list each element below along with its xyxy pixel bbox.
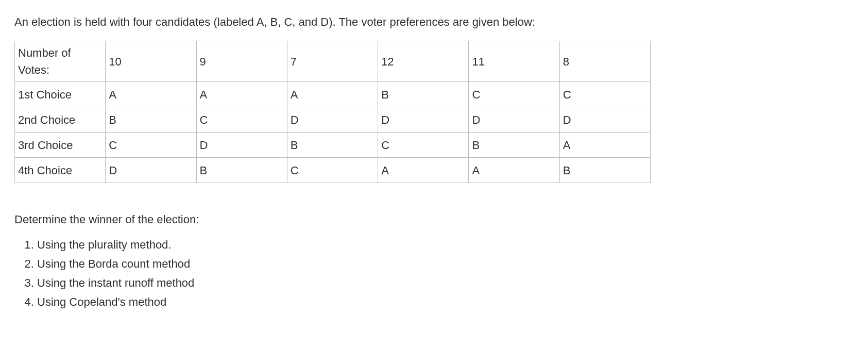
choice-cell: D xyxy=(559,107,650,133)
choice-cell: B xyxy=(559,158,650,183)
vote-count-cell: 8 xyxy=(559,41,650,82)
choice-cell: A xyxy=(106,82,196,107)
choice-cell: D xyxy=(378,107,469,133)
choice-cell: C xyxy=(469,82,559,107)
intro-paragraph: An election is held with four candidates… xyxy=(14,13,854,30)
choice-cell: D xyxy=(106,158,196,183)
methods-list: Using the plurality method. Using the Bo… xyxy=(14,235,854,311)
choice-cell: D xyxy=(196,133,287,158)
choice-cell: B xyxy=(287,133,378,158)
table-header-row: Number of Votes: 10 9 7 12 11 8 xyxy=(15,41,651,82)
vote-count-cell: 9 xyxy=(196,41,287,82)
choice-cell: B xyxy=(378,82,469,107)
table-row: 3rd Choice C D B C B A xyxy=(15,133,651,158)
list-item: Using Copeland's method xyxy=(37,292,854,311)
preference-table: Number of Votes: 10 9 7 12 11 8 1st Choi… xyxy=(14,41,651,183)
row-label-cell: 4th Choice xyxy=(15,158,106,183)
list-item: Using the instant runoff method xyxy=(37,273,854,292)
header-label-cell: Number of Votes: xyxy=(15,41,106,82)
vote-count-cell: 12 xyxy=(378,41,469,82)
choice-cell: B xyxy=(196,158,287,183)
row-label-cell: 1st Choice xyxy=(15,82,106,107)
vote-count-cell: 11 xyxy=(469,41,559,82)
choice-cell: A xyxy=(378,158,469,183)
vote-count-cell: 7 xyxy=(287,41,378,82)
choice-cell: C xyxy=(287,158,378,183)
table-row: 4th Choice D B C A A B xyxy=(15,158,651,183)
choice-cell: C xyxy=(196,107,287,133)
row-label-cell: 3rd Choice xyxy=(15,133,106,158)
choice-cell: D xyxy=(287,107,378,133)
list-item: Using the Borda count method xyxy=(37,254,854,273)
choice-cell: C xyxy=(378,133,469,158)
choice-cell: A xyxy=(196,82,287,107)
choice-cell: A xyxy=(469,158,559,183)
choice-cell: A xyxy=(287,82,378,107)
table-row: 1st Choice A A A B C C xyxy=(15,82,651,107)
choice-cell: D xyxy=(469,107,559,133)
row-label-cell: 2nd Choice xyxy=(15,107,106,133)
choice-cell: A xyxy=(559,133,650,158)
choice-cell: B xyxy=(469,133,559,158)
prompt-paragraph: Determine the winner of the election: xyxy=(14,211,854,228)
choice-cell: B xyxy=(106,107,196,133)
list-item: Using the plurality method. xyxy=(37,235,854,254)
table-row: 2nd Choice B C D D D D xyxy=(15,107,651,133)
choice-cell: C xyxy=(106,133,196,158)
choice-cell: C xyxy=(559,82,650,107)
vote-count-cell: 10 xyxy=(106,41,196,82)
